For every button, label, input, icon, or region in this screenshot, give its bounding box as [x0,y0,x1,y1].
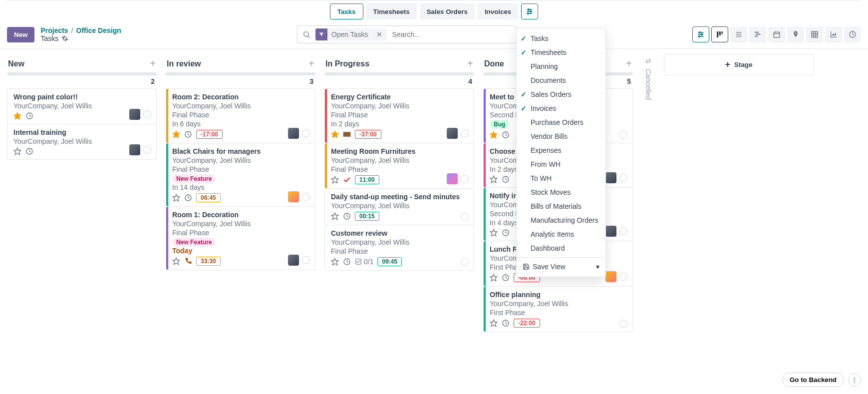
breadcrumb-office-design[interactable]: Office Design [76,26,121,34]
status-dot[interactable] [461,213,469,221]
popover-item[interactable]: ✓Tasks [517,31,605,45]
popover-item[interactable]: Stock Moves [517,185,605,199]
avatar[interactable] [288,191,299,202]
clock-icon[interactable] [502,131,510,139]
clock-icon[interactable] [343,258,351,266]
view-graph-button[interactable] [825,26,842,42]
status-dot[interactable] [619,131,627,139]
star-icon[interactable] [13,147,21,155]
star-icon[interactable] [172,130,180,138]
kanban-card[interactable]: Meeting Room FurnituresYourCompany, Joel… [324,143,474,189]
star-icon[interactable] [172,194,180,202]
status-dot[interactable] [302,256,310,264]
popover-item[interactable]: Manufacturing Orders [517,213,605,227]
avatar[interactable] [129,144,140,155]
kanban-card[interactable]: Office planningYourCompany, Joel WillisF… [483,286,633,332]
clock-icon[interactable] [25,112,33,120]
view-pivot-button[interactable] [806,26,823,42]
check-icon[interactable] [343,176,351,184]
avatar[interactable] [605,172,616,183]
popover-item[interactable]: ✓Timesheets [517,45,605,59]
status-dot[interactable] [461,129,469,137]
star-icon[interactable] [490,131,498,139]
star-icon[interactable] [331,212,339,220]
gear-icon[interactable] [61,35,68,42]
status-dot[interactable] [302,129,310,137]
tab-tasks[interactable]: Tasks [330,3,363,19]
status-dot[interactable] [302,193,310,201]
new-button[interactable]: New [7,27,34,42]
status-dot[interactable] [143,146,151,154]
kanban-card[interactable]: Energy CertificateYourCompany, Joel Will… [324,88,474,143]
avatar[interactable] [288,128,299,139]
popover-item[interactable]: Bills of Materials [517,199,605,213]
kanban-card[interactable]: Daily stand-up meeting - Send minutesYou… [324,188,474,225]
clock-icon[interactable] [184,194,192,202]
avatar[interactable] [129,109,140,120]
tab-settings-button[interactable] [521,3,538,19]
view-kanban-button[interactable] [711,26,728,42]
popover-item[interactable]: ✓Invoices [517,101,605,115]
popover-item[interactable]: Expenses [517,143,605,157]
save-view-button[interactable]: Save View▾ [517,260,605,274]
star-icon[interactable] [331,176,339,184]
status-dot[interactable] [619,227,627,235]
star-icon[interactable] [490,175,498,183]
kanban-card[interactable]: Wrong paint color!!YourCompany, Joel Wil… [7,88,157,124]
view-map-button[interactable] [787,26,804,42]
popover-item[interactable]: To WH [517,171,605,185]
star-icon[interactable] [490,274,498,282]
view-gantt-button[interactable] [749,26,766,42]
kanban-card[interactable]: Customer reviewYourCompany, Joel WillisF… [324,225,474,271]
popover-item[interactable]: Purchase Orders [517,115,605,129]
add-card-button[interactable]: + [467,58,473,69]
avatar[interactable] [447,128,458,139]
status-dot[interactable] [619,174,627,182]
status-dot[interactable] [461,175,469,183]
avatar[interactable] [605,271,616,282]
kanban-card[interactable]: Room 2: DecorationYourCompany, Joel Will… [166,88,315,143]
kanban-card[interactable]: Black Chairs for managersYourCompany, Jo… [166,143,315,207]
star-icon[interactable] [490,319,498,327]
clock-icon[interactable] [343,212,351,220]
popover-item[interactable]: From WH [517,157,605,171]
clock-icon[interactable] [184,130,192,138]
popover-item[interactable]: Analytic Items [517,227,605,241]
folded-column[interactable]: ⇄Cancelled [642,54,655,100]
avatar[interactable] [605,226,616,237]
star-icon[interactable] [331,258,339,266]
view-activity-button[interactable] [844,26,861,42]
popover-item[interactable]: Vendor Bills [517,129,605,143]
avatar[interactable] [447,173,458,184]
search-input[interactable] [389,27,516,41]
search-box[interactable]: Open Tasks ✕ [297,25,517,43]
status-dot[interactable] [461,258,469,266]
view-calendar-button[interactable] [768,26,785,42]
tab-invoices[interactable]: Invoices [478,3,518,19]
clock-icon[interactable] [502,319,510,327]
view-list-button[interactable] [730,26,747,42]
add-card-button[interactable]: + [150,58,156,69]
status-dot[interactable] [619,320,627,328]
kanban-card[interactable]: Internal trainingYourCompany, Joel Willi… [7,124,157,160]
popover-item[interactable]: Dashboard [517,241,605,255]
add-card-button[interactable]: + [308,58,314,69]
status-dot[interactable] [143,110,151,118]
breadcrumb-projects[interactable]: Projects [40,26,68,34]
kanban-card[interactable]: Room 1: DecorationYourCompany, Joel Will… [166,206,315,270]
popover-item[interactable]: Documents [517,73,605,87]
clock-icon[interactable] [502,229,510,237]
status-dot[interactable] [619,273,627,281]
popover-item[interactable]: ✓Sales Orders [517,87,605,101]
star-icon[interactable] [490,229,498,237]
add-stage-button[interactable]: +Stage [664,54,814,75]
clock-icon[interactable] [25,147,33,155]
clock-icon[interactable] [502,175,510,183]
star-icon[interactable] [172,257,180,265]
tab-sales-orders[interactable]: Sales Orders [420,3,475,19]
avatar[interactable] [288,255,299,266]
star-icon[interactable] [331,130,339,138]
mail-icon[interactable] [343,130,351,138]
add-card-button[interactable]: + [626,58,632,69]
clock-icon[interactable] [502,274,510,282]
